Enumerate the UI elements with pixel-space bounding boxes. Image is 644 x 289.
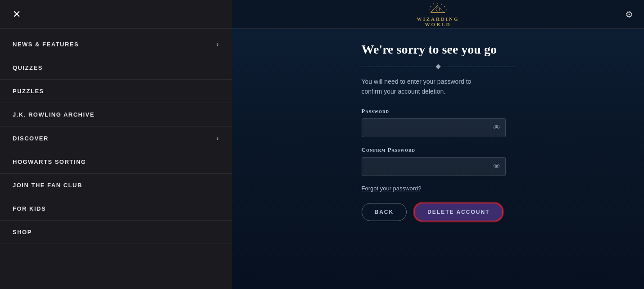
delete-account-button[interactable]: Delete AccounT [414,203,503,221]
svg-line-1 [441,4,442,5]
svg-marker-7 [431,5,445,13]
logo: Wizarding World [417,2,459,27]
confirm-password-field-wrapper: 👁 [362,157,506,176]
nav-item-label: DISCOVER [13,135,49,142]
nav-item-label: NEWS & FEATURES [13,41,79,48]
password-field-wrapper: 👁 [362,118,506,137]
confirm-password-input[interactable] [362,157,506,176]
divider-diamond [435,64,440,69]
sidebar-nav-item[interactable]: FOR KIDS [0,197,232,221]
nav-item-label: SHOP [13,229,32,235]
description-text: You will need to enter your password toc… [362,77,472,97]
nav-item-label: J.K. ROWLING ARCHIVE [13,111,95,118]
password-label: Password [362,108,389,115]
sidebar-nav-item[interactable]: HOGWARTS SORTING [0,150,232,174]
sidebar-nav-item[interactable]: DISCOVER› [0,126,232,150]
nav-list: NEWS & FEATURES›QUIZZESPUZZLESJ.K. ROWLI… [0,32,232,244]
logo-text-wizarding: Wizarding [417,16,459,22]
nav-item-label: QUIZZES [13,64,43,71]
confirm-eye-icon[interactable]: 👁 [493,163,500,171]
nav-item-label: FOR KIDS [13,205,46,212]
svg-line-2 [444,6,445,7]
nav-item-label: PUZZLES [13,88,44,95]
close-button[interactable]: ✕ [11,8,23,21]
top-bar: Wizarding World ⚙ [232,0,644,29]
sidebar: ✕ NEWS & FEATURES›QUIZZESPUZZLESJ.K. ROW… [0,0,232,289]
settings-icon[interactable]: ⚙ [625,9,633,20]
password-input[interactable] [362,118,506,137]
sidebar-header: ✕ [0,0,232,29]
svg-point-8 [436,8,440,11]
svg-line-3 [433,4,434,5]
form-container: We're sorry to see you go You will need … [362,29,515,221]
chevron-right-icon: › [217,135,219,142]
sidebar-nav-item[interactable]: PUZZLES [0,80,232,103]
logo-icon [428,2,448,16]
nav-item-label: JOIN THE FAN CLUB [13,182,82,189]
sidebar-nav-item[interactable]: J.K. ROWLING ARCHIVE [0,103,232,126]
sidebar-nav-item[interactable]: QUIZZES [0,56,232,80]
divider [362,65,515,68]
sidebar-nav-item[interactable]: JOIN THE FAN CLUB [0,174,232,197]
password-eye-icon[interactable]: 👁 [493,124,500,132]
back-button[interactable]: Back [362,203,407,221]
confirm-password-label: Confirm Password [362,146,416,154]
nav-item-label: HOGWARTS SORTING [13,158,86,165]
sidebar-nav-item[interactable]: NEWS & FEATURES› [0,32,232,56]
logo-text-world: World [425,22,451,27]
svg-line-4 [431,6,431,7]
main-content: Wizarding World ⚙ We're sorry to see you… [232,0,644,289]
page-title: We're sorry to see you go [362,42,497,57]
chevron-right-icon: › [217,41,219,48]
sidebar-nav-item[interactable]: SHOP [0,221,232,244]
forgot-password-link[interactable]: Forgot your password? [362,185,422,192]
buttons-row: Back Delete AccounT [362,203,503,221]
